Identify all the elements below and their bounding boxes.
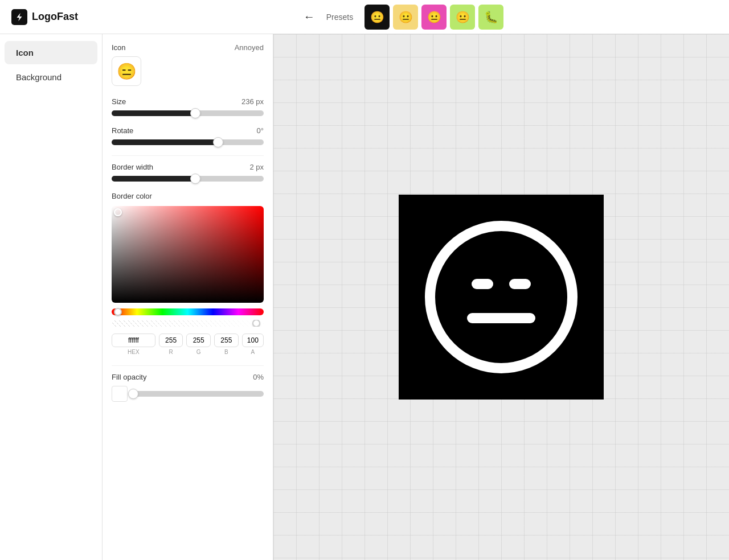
presets-group: 😐 😐 😐 😐 🐛 [364, 5, 503, 30]
back-arrow-icon: ← [304, 10, 315, 23]
color-values-row: HEX R G B A [112, 333, 264, 355]
border-width-value: 2 px [249, 163, 264, 171]
svg-rect-3 [509, 279, 531, 289]
sidebar-tabs: Icon Background [0, 34, 103, 560]
fill-opacity-row-controls [112, 386, 264, 402]
alpha-slider[interactable] [112, 320, 264, 327]
hex-input[interactable] [112, 333, 155, 347]
hex-input-group: HEX [112, 333, 155, 355]
header: LogoFast ← Presets 😐 😐 😐 😐 🐛 [0, 0, 729, 34]
back-button[interactable]: ← [304, 10, 315, 23]
divider-1 [112, 155, 264, 156]
a-input[interactable] [242, 333, 264, 347]
logo-text: LogoFast [32, 11, 78, 23]
a-input-group: A [242, 333, 264, 355]
tab-background-label: Background [16, 72, 62, 82]
icon-label: Icon [112, 43, 126, 52]
a-label: A [251, 349, 255, 355]
color-picker-gradient[interactable] [112, 206, 264, 303]
properties-panel: Icon Annoyed 😑 Size 236 px Rotate 0° [103, 34, 273, 560]
size-slider-thumb[interactable] [190, 108, 200, 118]
border-color-label: Border color [112, 192, 264, 200]
fill-opacity-slider-track [133, 391, 264, 397]
presets-label: Presets [326, 13, 353, 22]
icon-value: Annoyed [235, 43, 264, 52]
canvas-logo [399, 195, 604, 400]
logo-area: LogoFast [11, 9, 78, 25]
svg-point-1 [430, 226, 572, 368]
g-input[interactable] [186, 333, 211, 347]
svg-rect-4 [467, 313, 535, 323]
divider-2 [112, 365, 264, 366]
preset-green[interactable]: 😐 [450, 5, 475, 30]
size-slider[interactable] [112, 110, 264, 116]
border-width-slider[interactable] [112, 176, 264, 182]
rotate-slider-thumb[interactable] [213, 137, 223, 147]
fill-opacity-slider-thumb[interactable] [128, 389, 138, 399]
hex-label: HEX [128, 349, 140, 355]
hue-slider-thumb[interactable] [114, 308, 122, 316]
svg-rect-2 [472, 279, 493, 289]
sidebar-tab-icon[interactable]: Icon [5, 41, 97, 64]
canvas-area [273, 34, 729, 560]
g-label: G [196, 349, 201, 355]
alpha-track [112, 320, 264, 327]
r-label: R [169, 349, 173, 355]
tab-icon-label: Icon [16, 48, 34, 57]
preset-bug[interactable]: 🐛 [478, 5, 503, 30]
b-label: B [224, 349, 228, 355]
border-width-slider-fill [112, 176, 195, 182]
border-width-slider-thumb[interactable] [190, 174, 200, 184]
b-input-group: B [214, 333, 239, 355]
b-input[interactable] [214, 333, 239, 347]
border-width-row: Border width 2 px [112, 163, 264, 171]
fill-opacity-row: Fill opacity 0% [112, 373, 264, 381]
preset-pink[interactable]: 😐 [421, 5, 447, 30]
fill-opacity-slider[interactable] [133, 391, 264, 397]
preset-black[interactable]: 😐 [364, 5, 390, 30]
sidebar-tab-background[interactable]: Background [5, 65, 97, 89]
r-input[interactable] [159, 333, 183, 347]
size-label: Size [112, 97, 126, 106]
size-row: Size 236 px [112, 97, 264, 106]
icon-row: Icon Annoyed [112, 43, 264, 52]
fill-opacity-label: Fill opacity [112, 373, 146, 381]
preset-yellow[interactable]: 😐 [393, 5, 418, 30]
fill-opacity-color-box[interactable] [112, 386, 128, 402]
icon-preview[interactable]: 😑 [112, 56, 141, 86]
rotate-value: 0° [257, 126, 264, 135]
rotate-label: Rotate [112, 126, 133, 135]
header-center: ← Presets 😐 😐 😐 😐 🐛 [89, 5, 718, 30]
main: Icon Background Icon Annoyed 😑 Size 236 … [0, 34, 729, 560]
rotate-slider[interactable] [112, 139, 264, 145]
r-input-group: R [159, 333, 183, 355]
color-picker-cursor[interactable] [114, 208, 122, 216]
rotate-slider-fill [112, 139, 218, 145]
fill-opacity-value: 0% [253, 373, 264, 381]
icon-emoji: 😑 [117, 62, 137, 81]
border-width-label: Border width [112, 163, 153, 171]
g-input-group: G [186, 333, 211, 355]
rotate-row: Rotate 0° [112, 126, 264, 135]
alpha-slider-thumb[interactable] [252, 320, 260, 327]
logo-icon [11, 9, 27, 25]
color-picker-wrapper [112, 206, 264, 303]
bolt-icon [14, 12, 24, 22]
size-value: 236 px [241, 97, 264, 106]
hue-slider[interactable] [112, 308, 264, 315]
face-svg [421, 217, 581, 377]
svg-marker-0 [17, 13, 22, 20]
size-slider-fill [112, 110, 195, 116]
